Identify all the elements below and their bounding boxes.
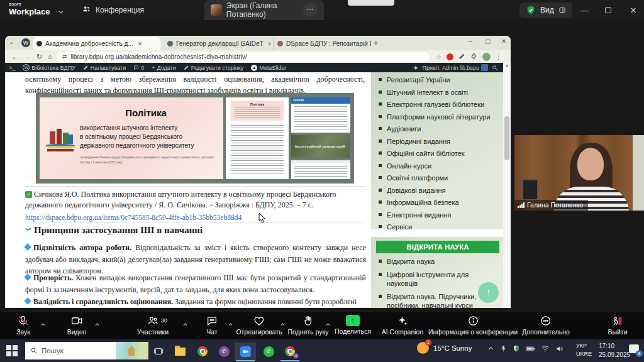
wp-site-menu[interactable]: W Бібліотека БДПУ — [23, 64, 75, 71]
view-button[interactable]: Вид — [519, 3, 572, 18]
wp-metaslider[interactable]: ▲ MetaSlider — [251, 65, 286, 71]
security-shield-icon[interactable] — [526, 5, 536, 15]
close-button[interactable]: ✕ — [623, 0, 644, 20]
sidebar-item[interactable]: Електронні видання — [379, 211, 503, 219]
wp-edit-page[interactable]: Редагувати сторінку — [184, 65, 244, 71]
sidebar-item[interactable]: Аудіокниги — [379, 125, 503, 133]
wp-add-new[interactable]: + Додати — [152, 65, 175, 71]
tray-wifi-icon[interactable] — [541, 345, 550, 352]
mute-button[interactable]: Звук — [16, 315, 30, 336]
sidebar-item[interactable]: Відкрита наука. Підручники, посібники, н… — [379, 293, 492, 308]
wp-comments[interactable]: 0 — [133, 65, 144, 71]
chat-options-caret[interactable] — [228, 319, 233, 330]
extension-red-icon[interactable] — [447, 53, 453, 60]
viber-button[interactable]: ✆ — [213, 343, 235, 360]
profile-avatar[interactable] — [482, 53, 491, 61]
browser-tab-1[interactable]: Академічна доброчесність д... ✕ — [33, 37, 161, 50]
sidebar-item[interactable]: Цифрові інструменти для науковців — [379, 271, 492, 288]
policy-slide-image[interactable]: Політика використання штучного інтелекту… — [36, 93, 354, 184]
language-indicator[interactable]: УКР UKRE — [576, 342, 592, 358]
extensions-puzzle-icon[interactable] — [470, 51, 477, 62]
zoom-app-button[interactable] — [235, 343, 256, 360]
react-button[interactable]: Отреагировать — [236, 315, 282, 336]
new-tab-button[interactable]: + — [374, 38, 379, 48]
sidebar-item[interactable]: Онлайн-курси — [379, 162, 503, 170]
people-icon — [82, 4, 91, 16]
whatsapp-button[interactable]: ✆ — [258, 343, 279, 360]
sidebar-item[interactable]: Репозитарії України — [379, 76, 503, 84]
forward-icon[interactable]: → — [24, 53, 31, 61]
wp-account-menu[interactable]: Привіт, Admin lib.bspu — [423, 64, 488, 71]
tab-search-icon[interactable]: ⌄ — [9, 38, 14, 45]
taskbar-search[interactable]: Пошук — [25, 342, 148, 359]
tab1-close-icon[interactable]: ✕ — [138, 41, 143, 47]
sidebar-item[interactable]: Відкрита наука — [379, 258, 492, 266]
sidebar-item[interactable]: Довідкові видання — [379, 187, 503, 194]
share-screen-button[interactable]: ↑ Поделиться — [335, 315, 371, 335]
meeting-info-button[interactable]: Информация о конференции — [428, 315, 518, 336]
url-text: library.bdpu.org.ua/akademichna-dobroche… — [70, 53, 247, 60]
react-options-caret[interactable] — [280, 319, 286, 330]
ai-companion-button[interactable]: AI Companion — [382, 315, 424, 336]
minimize-button[interactable]: — — [574, 0, 596, 20]
sidebar-item[interactable]: Інформаційна безпека — [379, 199, 503, 206]
browser-tab-3[interactable]: DSpace БДПУ : Репозитарій Б... ✕ — [273, 37, 371, 50]
scrollbar-up-icon[interactable]: ▲ — [503, 63, 511, 67]
task-view-button[interactable] — [148, 343, 169, 360]
chevron-down-icon[interactable] — [58, 6, 64, 18]
tray-security-icon[interactable] — [513, 344, 520, 353]
back-icon[interactable]: ← — [11, 53, 18, 61]
chat-button[interactable]: Чат — [206, 315, 218, 336]
pinned-tab-favicon[interactable]: W — [21, 38, 30, 47]
address-bar[interactable]: ⇄ library.bdpu.org.ua/akademichna-dobroc… — [57, 52, 430, 62]
participant-video[interactable]: Галина Потапенко — [514, 135, 644, 211]
browser-maximize-button[interactable]: ▢ — [485, 38, 491, 45]
raise-hand-options-caret[interactable] — [325, 319, 331, 330]
editor-pen-icon[interactable] — [458, 51, 465, 62]
scroll-to-top-button[interactable]: ↑ — [478, 282, 499, 303]
tray-volume-icon[interactable] — [555, 345, 564, 353]
admin-collapse-icon[interactable]: >_ — [9, 65, 15, 71]
tab-meeting[interactable]: Конференция — [75, 0, 150, 20]
sidebar-item[interactable]: Сервіси — [379, 223, 503, 231]
participants-options-caret[interactable] — [182, 319, 188, 330]
wp-customize[interactable]: Налаштувати — [83, 65, 126, 71]
sidebar-item[interactable]: Офіційні сайти бібліотек — [379, 150, 503, 157]
browser-close-button[interactable]: ✕ — [501, 38, 506, 45]
start-button[interactable] — [6, 345, 18, 356]
tray-expand-icon[interactable] — [487, 345, 494, 352]
reload-icon[interactable]: ↻ — [36, 53, 42, 61]
chrome-profile-button[interactable]: H — [279, 343, 301, 360]
bookmark-star-icon[interactable]: ☆ — [436, 53, 441, 60]
wp-site-name: Бібліотека БДПУ — [31, 65, 75, 71]
raise-hand-button[interactable]: Поднять руку — [288, 315, 329, 336]
more-options-button[interactable]: Дополнительно — [522, 315, 570, 336]
notification-center-button[interactable]: 8 — [629, 344, 640, 354]
chrome-button[interactable] — [192, 343, 213, 360]
maximize-button[interactable] — [597, 0, 619, 20]
sidebar-item[interactable]: Платформи наукової літератури — [379, 113, 503, 121]
more-tabs-button[interactable]: ⋯ — [303, 3, 317, 17]
browser-menu-icon[interactable]: ⋮ — [496, 53, 502, 60]
site-settings-icon[interactable]: ⇄ — [62, 53, 67, 60]
scrollbar-thumb[interactable] — [504, 116, 509, 160]
home-icon[interactable]: ⌂ — [48, 53, 52, 61]
browser-tab-2[interactable]: Генератор декларації GAIDeT ✕ — [164, 37, 270, 50]
sidebar-item[interactable]: Штучний інтелект в освіті — [379, 89, 503, 96]
mute-options-caret[interactable] — [40, 319, 46, 330]
page-scrollbar[interactable]: ▲ — [503, 63, 511, 308]
file-explorer-button[interactable] — [169, 343, 191, 360]
leave-button[interactable]: Выйти — [608, 315, 627, 336]
video-button[interactable]: Видео — [67, 315, 87, 336]
tab2-close-icon[interactable]: ✕ — [268, 41, 270, 47]
browser-minimize-button[interactable]: – — [469, 38, 472, 45]
sidebar-item[interactable]: Освітні платформи — [379, 174, 503, 182]
sidebar-item[interactable]: Електронні галузеві бібліотеки — [379, 101, 503, 108]
weather-widget[interactable]: 1 15°C Sunny — [417, 342, 472, 354]
video-options-caret[interactable] — [94, 319, 100, 330]
tray-battery-icon[interactable] — [526, 346, 535, 352]
sidebar-item[interactable]: Періодичні видання — [379, 138, 503, 145]
tray-mic-icon[interactable] — [500, 344, 507, 353]
dspace-link[interactable]: https://dspace.bdpu.org.ua/items/0c74558… — [25, 212, 366, 223]
taskbar-clock[interactable]: 17:10 25.09.2025 — [599, 342, 630, 359]
